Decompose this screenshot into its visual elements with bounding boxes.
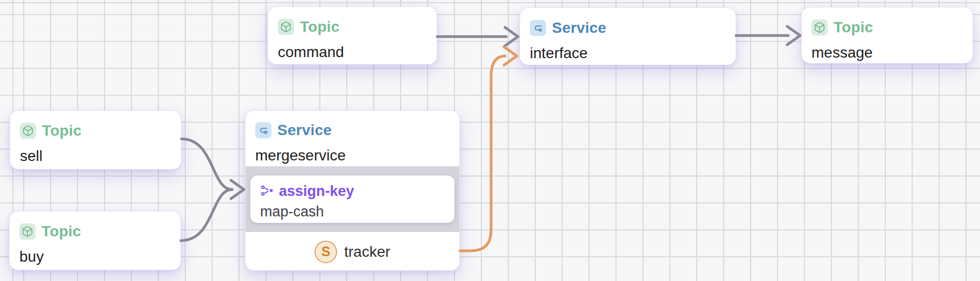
topic-cube-icon xyxy=(278,19,294,35)
consumer-avatar: S xyxy=(314,241,337,263)
node-name: interface xyxy=(530,45,726,62)
function-card-assign-key[interactable]: assign-key map-cash xyxy=(250,175,454,223)
edge-interface-message[interactable] xyxy=(736,26,800,45)
node-topic-message[interactable]: Topic message xyxy=(801,7,973,64)
function-name: map-cash xyxy=(260,203,445,220)
node-type-label: Topic xyxy=(41,223,81,240)
consumer-row-tracker[interactable]: S tracker xyxy=(246,232,459,271)
node-service-interface[interactable]: Service interface xyxy=(520,8,736,65)
edge-sell-mergeservice[interactable] xyxy=(181,139,232,189)
node-topic-command[interactable]: Topic command xyxy=(268,6,437,65)
node-name: mergeservice xyxy=(255,147,450,164)
node-name: message xyxy=(811,44,963,61)
edge-buy-mergeservice[interactable] xyxy=(181,180,244,241)
node-service-mergeservice[interactable]: Service mergeservice xyxy=(245,110,460,271)
service-route-icon xyxy=(255,122,271,138)
node-type-label: Topic xyxy=(300,18,340,36)
node-name: buy xyxy=(19,248,171,265)
topic-cube-icon xyxy=(19,223,36,240)
node-topic-sell[interactable]: Topic sell xyxy=(10,110,181,170)
function-type-label: assign-key xyxy=(279,183,354,200)
node-topic-buy[interactable]: Topic buy xyxy=(9,211,181,270)
topic-cube-icon xyxy=(811,19,828,36)
edge-tracker-interface[interactable] xyxy=(460,47,517,251)
flow-canvas[interactable]: Topic command Service interface Topic xyxy=(0,0,980,281)
node-type-label: Topic xyxy=(42,122,82,139)
node-type-label: Topic xyxy=(834,19,873,36)
node-name: command xyxy=(278,44,427,61)
consumer-name: tracker xyxy=(344,243,390,261)
function-section: assign-key map-cash xyxy=(246,166,459,232)
node-name: sell xyxy=(20,147,171,165)
edge-command-interface[interactable] xyxy=(437,27,518,46)
assign-key-icon xyxy=(260,184,274,200)
service-route-icon xyxy=(530,20,546,36)
topic-cube-icon xyxy=(20,123,36,139)
node-type-label: Service xyxy=(277,122,332,139)
node-type-label: Service xyxy=(552,19,606,37)
